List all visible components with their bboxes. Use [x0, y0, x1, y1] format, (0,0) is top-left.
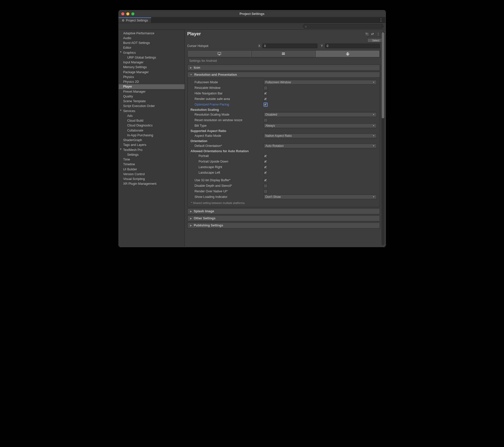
sidebar-item-textmesh-pro[interactable]: ▼TextMesh Pro: [119, 147, 185, 152]
sidebar-item-shadergraph[interactable]: ShaderGraph: [119, 138, 185, 143]
sidebar-item-physics-2d[interactable]: Physics 2D: [119, 80, 185, 84]
sidebar-item-label: Input Manager: [123, 61, 144, 64]
sidebar-item-label: Settings: [127, 153, 139, 156]
chevron-down-icon: ▼: [120, 51, 122, 54]
close-window-button[interactable]: [121, 12, 124, 15]
disable-depth-checkbox[interactable]: [264, 184, 268, 188]
fold-resolution[interactable]: ▼ Resolution and Presentation: [187, 72, 380, 78]
platform-tab-dedicated-server[interactable]: [252, 50, 316, 57]
help-icon[interactable]: ?⃝: [365, 32, 369, 36]
minimize-window-button[interactable]: [126, 12, 129, 15]
render-native-checkbox[interactable]: [264, 190, 268, 193]
sidebar-item-xr-plugin-management[interactable]: XR Plugin Management: [119, 181, 185, 186]
sidebar-item-services[interactable]: ▼Services: [119, 109, 185, 113]
settings-category-sidebar[interactable]: Adaptive PerformanceAudioBurst AOT Setti…: [119, 30, 185, 247]
chevron-right-icon: ▶: [190, 210, 192, 213]
sidebar-item-package-manager[interactable]: Package Manager: [119, 70, 185, 74]
sidebar-item-label: Memory Settings: [123, 65, 147, 69]
sidebar-item-preset-manager[interactable]: Preset Manager: [119, 89, 185, 94]
aspect-mode-dropdown[interactable]: Native Aspect Ratio▼: [264, 134, 377, 138]
sidebar-item-in-app-purchasing[interactable]: In-App Purchasing: [119, 133, 185, 138]
sidebar-item-label: Ads: [127, 114, 133, 118]
landscape-left-label: Landscape Left: [191, 171, 264, 174]
sidebar-item-label: Visual Scripting: [123, 177, 145, 181]
hide-nav-checkbox[interactable]: [264, 92, 268, 95]
sidebar-item-ads[interactable]: Ads: [119, 113, 185, 118]
resizable-window-checkbox[interactable]: [264, 86, 268, 90]
search-input[interactable]: ⌕: [303, 24, 383, 29]
render-outside-checkbox[interactable]: [264, 97, 268, 101]
sidebar-item-cloud-diagnostics[interactable]: Cloud Diagnostics: [119, 123, 185, 128]
fold-publishing[interactable]: ▶ Publishing Settings: [187, 222, 380, 228]
fold-splash[interactable]: ▶ Splash Image: [187, 208, 380, 214]
sidebar-item-label: Package Manager: [123, 70, 149, 74]
sidebar-item-tags-and-layers[interactable]: Tags and Layers: [119, 143, 185, 147]
landscape-right-checkbox[interactable]: [264, 165, 268, 169]
fullscreen-mode-dropdown[interactable]: Fullscreen Window▼: [264, 80, 377, 85]
svg-rect-0: [282, 52, 285, 53]
sidebar-item-label: Quality: [123, 95, 133, 98]
sidebar-item-cloud-build[interactable]: Cloud Build: [119, 118, 185, 123]
sidebar-item-graphics[interactable]: ▼Graphics: [119, 50, 185, 55]
sidebar-item-memory-settings[interactable]: Memory Settings: [119, 65, 185, 70]
sidebar-item-collaborate[interactable]: Collaborate: [119, 128, 185, 133]
cursor-hotspot-y-input[interactable]: 0: [325, 44, 380, 48]
sidebar-item-label: Timeline: [123, 163, 135, 166]
scaling-mode-dropdown[interactable]: Disabled▼: [264, 112, 377, 117]
sidebar-item-burst-aot-settings[interactable]: Burst AOT Settings: [119, 41, 185, 45]
fold-other[interactable]: ▶ Other Settings: [187, 215, 380, 221]
zoom-window-button[interactable]: [131, 12, 134, 15]
sidebar-item-label: Preset Manager: [123, 90, 146, 93]
shared-setting-footnote: * Shared setting between multiple platfo…: [191, 200, 377, 205]
sidebar-item-label: Adaptive Performance: [123, 32, 155, 35]
fold-icon[interactable]: ▶ Icon: [187, 65, 380, 71]
tab-menu-button[interactable]: ⋮: [376, 17, 386, 23]
chevron-down-icon: ▼: [120, 109, 122, 112]
sidebar-item-time[interactable]: Time: [119, 157, 185, 162]
sidebar-item-adaptive-performance[interactable]: Adaptive Performance: [119, 31, 185, 36]
reset-res-checkbox[interactable]: [264, 118, 268, 122]
sidebar-item-audio[interactable]: Audio: [119, 36, 185, 40]
sidebar-item-settings[interactable]: Settings: [119, 152, 185, 157]
gear-icon: ⚙: [122, 19, 125, 22]
landscape-left-checkbox[interactable]: [264, 171, 268, 175]
project-settings-tab[interactable]: ⚙ Project Settings: [119, 17, 152, 23]
sidebar-item-version-control[interactable]: Version Control: [119, 172, 185, 176]
blit-dropdown[interactable]: Always▼: [264, 123, 377, 128]
render-native-label: Render Over Native UI*: [191, 190, 264, 193]
sidebar-item-label: TextMesh Pro: [123, 148, 142, 152]
sidebar-item-ui-builder[interactable]: UI Builder: [119, 167, 185, 172]
sidebar-item-script-execution-order[interactable]: Script Execution Order: [119, 104, 185, 109]
default-orientation-label: Default Orientation*: [191, 144, 264, 148]
sidebar-item-physics[interactable]: Physics: [119, 74, 185, 79]
sidebar-item-player[interactable]: Player: [119, 84, 185, 89]
sidebar-item-editor[interactable]: Editor: [119, 45, 185, 50]
portrait-checkbox[interactable]: [264, 154, 268, 158]
preset-icon[interactable]: ⇄: [371, 32, 374, 36]
use32-checkbox[interactable]: [264, 178, 268, 182]
sidebar-item-label: Cloud Build: [127, 119, 143, 122]
platform-tab-standalone[interactable]: [188, 50, 252, 57]
sidebar-item-input-manager[interactable]: Input Manager: [119, 60, 185, 65]
sidebar-item-visual-scripting[interactable]: Visual Scripting: [119, 177, 185, 181]
sidebar-item-label: Burst AOT Settings: [123, 41, 150, 45]
page-menu-icon[interactable]: ⋮: [376, 32, 380, 36]
resizable-window-label: Resizable Window: [191, 86, 264, 90]
sidebar-item-label: Time: [123, 158, 130, 161]
vertical-scrollbar[interactable]: ▴: [381, 31, 384, 245]
cursor-hotspot-x-input[interactable]: 0: [262, 44, 317, 48]
sidebar-item-urp-global-settings[interactable]: URP Global Settings: [119, 55, 185, 60]
chevron-right-icon: ▶: [190, 66, 192, 69]
sidebar-item-scene-template[interactable]: Scene Template: [119, 99, 185, 104]
portrait-upside-down-checkbox[interactable]: [264, 160, 268, 164]
sidebar-item-timeline[interactable]: Timeline: [119, 162, 185, 167]
default-orientation-dropdown[interactable]: Auto Rotation▼: [264, 144, 377, 148]
sidebar-item-quality[interactable]: Quality: [119, 94, 185, 99]
loading-indicator-dropdown[interactable]: Don't Show▼: [264, 195, 377, 199]
optimized-frame-checkbox[interactable]: [264, 103, 268, 107]
platform-tab-android[interactable]: [316, 50, 379, 57]
sidebar-item-label: In-App Purchasing: [127, 134, 153, 137]
fullscreen-mode-label: Fullscreen Mode: [191, 81, 264, 84]
scrollbar-thumb[interactable]: [382, 33, 384, 118]
sidebar-item-label: Services: [123, 109, 135, 113]
